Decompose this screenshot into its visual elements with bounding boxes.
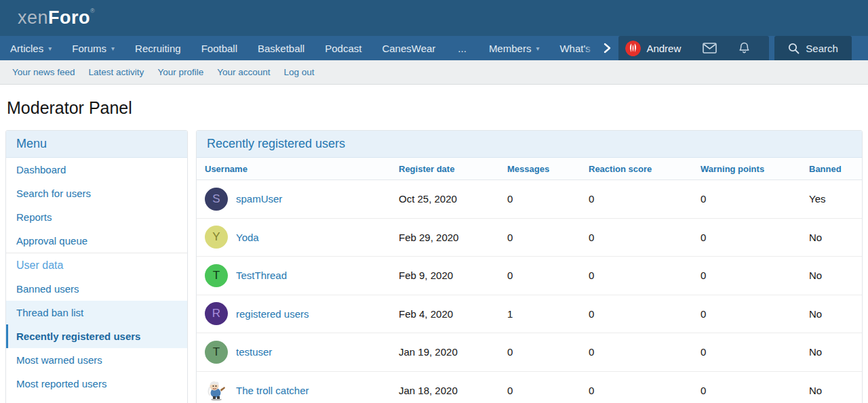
col-warning-points: Warning points	[701, 164, 809, 174]
username-link[interactable]: spamUser	[236, 193, 282, 205]
reaction-score: 0	[589, 308, 701, 320]
messages-count: 0	[507, 270, 589, 281]
table-row: T testuser Jan 19, 2020 0 0 0 No	[197, 333, 862, 372]
subnav-your-profile[interactable]: Your profile	[151, 67, 210, 77]
avatar	[625, 41, 641, 56]
panel-title: Recently registered users	[197, 131, 862, 158]
sidebar-item-most-reported-users[interactable]: Most reported users	[6, 372, 187, 396]
search-icon	[788, 43, 800, 54]
avatar[interactable]: S	[205, 188, 228, 211]
avatar[interactable]: T	[205, 341, 228, 364]
nav-scroll-chevron-icon[interactable]	[595, 36, 618, 60]
warning-points: 0	[701, 270, 809, 281]
cartoon-avatar-image	[205, 379, 228, 402]
moderator-menu-panel: Menu Dashboard Search for users Reports …	[5, 130, 188, 403]
search-button[interactable]: Search	[774, 36, 852, 60]
messages-count: 1	[507, 308, 589, 320]
warning-points: 0	[701, 346, 809, 358]
user-name[interactable]: Andrew	[646, 43, 681, 54]
nav-members[interactable]: Members▾	[479, 36, 550, 60]
col-messages: Messages	[507, 164, 589, 174]
table-row: S spamUser Oct 25, 2020 0 0 0 Yes	[197, 180, 862, 219]
sidebar-section-user-data: User data	[6, 253, 187, 277]
alerts-button[interactable]	[728, 36, 761, 60]
chevron-down-icon: ▾	[536, 45, 539, 52]
banned-value: No	[809, 232, 862, 243]
table-row: Y Yoda Feb 29, 2020 0 0 0 No	[197, 219, 862, 257]
table-row: T TestThread Feb 9, 2020 0 0 0 No	[197, 257, 862, 295]
sidebar-item-most-warned-users[interactable]: Most warned users	[6, 348, 187, 372]
page-title: Moderator Panel	[0, 85, 868, 130]
nav-gap	[769, 36, 774, 60]
warning-points: 0	[701, 193, 809, 205]
col-username: Username	[205, 164, 399, 174]
sidebar-item-search-for-users[interactable]: Search for users	[6, 182, 187, 205]
nav-articles[interactable]: Articles▾	[0, 36, 62, 60]
username-link[interactable]: testuser	[236, 346, 272, 358]
subnav-your-account[interactable]: Your account	[210, 67, 277, 77]
nav-forums[interactable]: Forums▾	[62, 36, 125, 60]
messages-count: 0	[507, 232, 589, 243]
sidebar-item-approval-queue[interactable]: Approval queue	[6, 229, 187, 253]
messages-count: 0	[507, 193, 589, 205]
nav-caneswear[interactable]: CanesWear	[372, 36, 446, 60]
subnav-log-out[interactable]: Log out	[277, 67, 321, 77]
chevron-down-icon: ▾	[111, 45, 115, 52]
table-header-row: Username Register date Messages Reaction…	[197, 158, 862, 180]
user-menu[interactable]: Andrew	[618, 36, 769, 60]
register-date: Jan 19, 2020	[399, 346, 507, 358]
reaction-score: 0	[589, 385, 701, 396]
subnav-latest-activity[interactable]: Latest activity	[82, 67, 151, 77]
avatar[interactable]: T	[205, 264, 228, 287]
sidebar-item-banned-users[interactable]: Banned users	[6, 277, 187, 301]
warning-points: 0	[701, 385, 809, 396]
main-navbar: Articles▾ Forums▾ Recruiting Football Ba…	[0, 36, 868, 60]
sidebar-item-reports[interactable]: Reports	[6, 205, 187, 229]
nav-podcast[interactable]: Podcast	[315, 36, 372, 60]
nav-whats-new[interactable]: What's	[549, 36, 594, 60]
register-date: Oct 25, 2020	[399, 193, 507, 205]
col-reaction-score: Reaction score	[589, 164, 701, 174]
reaction-score: 0	[589, 193, 701, 205]
avatar[interactable]	[205, 379, 228, 402]
nav-football[interactable]: Football	[191, 36, 248, 60]
avatar[interactable]: Y	[205, 226, 228, 249]
warning-points: 0	[701, 232, 809, 243]
reaction-score: 0	[589, 346, 701, 358]
sidebar-item-recently-registered-users[interactable]: Recently registered users	[6, 324, 187, 348]
banned-value: No	[809, 346, 862, 358]
username-link[interactable]: The troll catcher	[236, 385, 309, 396]
logo-trademark: ®	[90, 7, 95, 14]
menu-panel-title: Menu	[6, 131, 187, 158]
col-banned: Banned	[809, 164, 862, 174]
username-link[interactable]: Yoda	[236, 232, 259, 243]
table-row: The troll catcher Jan 18, 2020 0 0 0 No	[197, 372, 862, 403]
content-area: Menu Dashboard Search for users Reports …	[0, 130, 868, 403]
banned-value: No	[809, 385, 862, 396]
truncation-fade	[585, 36, 594, 60]
username-link[interactable]: TestThread	[236, 270, 287, 281]
inbox-button[interactable]	[692, 36, 728, 60]
envelope-icon	[703, 43, 717, 54]
logo-foro: Foro	[48, 7, 90, 28]
visitor-subnav: Your news feed Latest activity Your prof…	[0, 60, 868, 85]
subnav-news-feed[interactable]: Your news feed	[5, 67, 82, 77]
sidebar-item-most-ignored-users[interactable]: Most ignored users	[6, 396, 187, 403]
sidebar-item-thread-ban-list[interactable]: Thread ban list	[6, 301, 187, 324]
banned-value: Yes	[809, 193, 862, 205]
nav-overflow[interactable]: ...	[446, 36, 479, 60]
reaction-score: 0	[589, 232, 701, 243]
nav-recruiting[interactable]: Recruiting	[125, 36, 191, 60]
site-header: xenForo®	[0, 0, 868, 36]
messages-count: 0	[507, 346, 589, 358]
site-logo[interactable]: xenForo®	[18, 7, 95, 28]
nav-basketball[interactable]: Basketball	[248, 36, 315, 60]
chevron-down-icon: ▾	[48, 45, 52, 52]
username-link[interactable]: registered users	[236, 308, 309, 320]
register-date: Feb 4, 2020	[399, 308, 507, 320]
register-date: Feb 29, 2020	[399, 232, 507, 243]
avatar[interactable]: R	[205, 302, 228, 325]
register-date: Feb 9, 2020	[399, 270, 507, 281]
sidebar-item-dashboard[interactable]: Dashboard	[6, 158, 187, 182]
logo-xen: xen	[18, 7, 48, 28]
